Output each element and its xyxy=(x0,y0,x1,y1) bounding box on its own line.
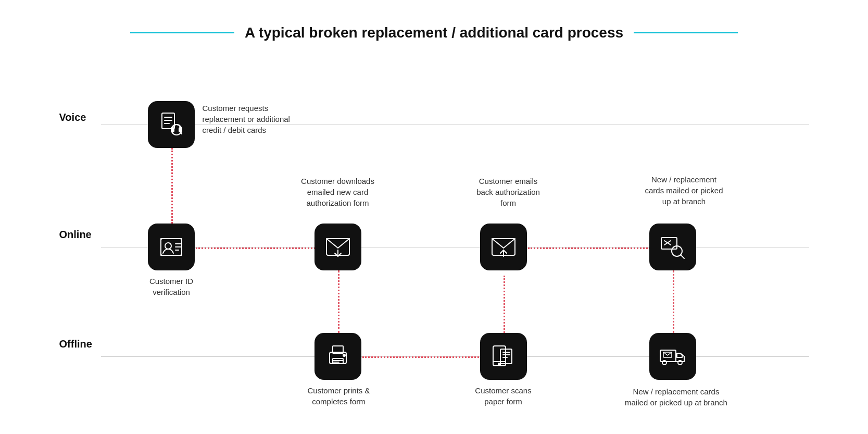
diagram: Voice Online Offline xyxy=(59,62,809,411)
title-section: A typical broken replacement / additiona… xyxy=(59,24,809,41)
mail-pickup-online-label: New / replacementcards mailed or pickedu… xyxy=(627,174,741,207)
title-line-left xyxy=(130,32,234,33)
person-id-icon xyxy=(158,233,185,261)
mail-pickup-online-icon-box xyxy=(649,224,696,270)
email-upload-icon xyxy=(490,233,517,261)
svg-point-9 xyxy=(165,243,171,249)
dotted-v-col1 xyxy=(171,148,173,224)
scan-phone-icon xyxy=(490,343,517,370)
printer-icon xyxy=(324,343,351,370)
dotted-v-col4 xyxy=(673,270,674,333)
dotted-v-col2 xyxy=(338,270,339,333)
row-label-online: Online xyxy=(59,229,92,241)
mail-pickup-offline-icon-box xyxy=(649,333,696,380)
email-back-icon-box xyxy=(480,224,527,270)
voice-request-label: Customer requestsreplacement or addition… xyxy=(203,103,307,135)
email-download-icon-box xyxy=(315,224,361,270)
row-label-voice: Voice xyxy=(59,111,86,123)
scan-form-icon-box xyxy=(480,333,527,380)
dotted-h-offline-1 xyxy=(362,356,482,358)
customer-id-icon-box xyxy=(148,224,195,270)
dotted-h-online-1 xyxy=(196,247,316,249)
email-back-label: Customer emailsback authorizationform xyxy=(466,176,551,208)
print-form-icon-box xyxy=(315,333,361,380)
page-title: A typical broken replacement / additiona… xyxy=(245,24,623,41)
scan-form-label: Customer scanspaper form xyxy=(464,385,543,407)
delivery-truck-icon xyxy=(659,343,686,370)
dotted-h-online-2 xyxy=(528,247,650,249)
row-label-offline: Offline xyxy=(59,338,92,350)
svg-line-34 xyxy=(681,255,684,258)
email-download-label: Customer downloadsemailed new cardauthor… xyxy=(283,176,393,208)
dotted-v-col3 xyxy=(504,276,505,333)
mail-pickup-offline-label: New / replacement cardsmailed or picked … xyxy=(611,386,741,408)
svg-point-20 xyxy=(343,354,345,356)
main-container: A typical broken replacement / additiona… xyxy=(28,9,840,426)
headset-icon xyxy=(158,111,185,138)
title-line-right xyxy=(634,32,738,33)
voice-request-icon-box xyxy=(148,101,195,148)
search-card-icon xyxy=(659,233,686,261)
customer-id-label: Customer IDverification xyxy=(136,276,207,297)
print-form-label: Customer prints &completes form xyxy=(300,385,378,407)
svg-rect-6 xyxy=(179,128,182,132)
svg-rect-5 xyxy=(171,128,174,132)
email-download-icon xyxy=(324,233,351,261)
